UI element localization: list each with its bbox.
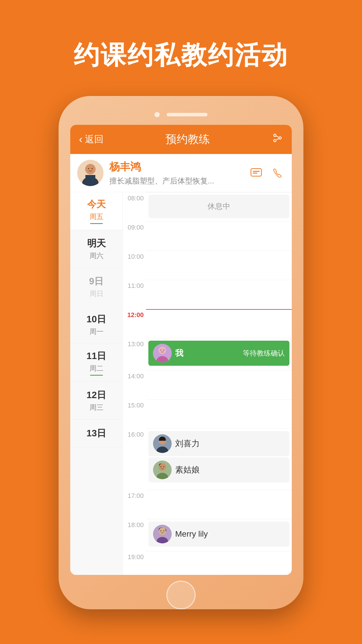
date-item-11[interactable]: 11日 周二: [70, 344, 122, 382]
date-item-9[interactable]: 9日 周日: [70, 268, 122, 306]
date-day-label: 今天: [87, 198, 106, 211]
timeslot-08: 08:00 休息中: [123, 192, 292, 221]
nav-bar: ‹ 返回 预约教练: [70, 125, 292, 154]
trainer-actions: [249, 167, 285, 179]
time-label-18: 18:00: [123, 519, 146, 529]
svg-point-18: [164, 349, 164, 350]
user-slot-liuxili: 刘喜力: [148, 431, 289, 456]
booking-avatar: [153, 344, 172, 363]
booking-status: 等待教练确认: [243, 349, 285, 358]
current-time-line: [146, 309, 292, 310]
svg-point-32: [161, 530, 161, 531]
slot-content-09: [146, 221, 292, 251]
date-day-label: 11日: [87, 350, 106, 363]
schedule-area: 今天 周五 明天 周六 9日 周日 10日 周一: [70, 192, 292, 575]
dot-underline: [90, 375, 103, 376]
svg-line-4: [276, 139, 279, 140]
svg-rect-13: [253, 173, 257, 174]
date-weekday: 周日: [89, 289, 103, 298]
my-booking[interactable]: 我 等待教练确认: [148, 341, 289, 366]
timeslot-18: 18:00: [123, 519, 292, 551]
phone-notch: [59, 96, 303, 125]
back-chevron-icon: ‹: [79, 133, 82, 146]
timeslot-10: 10:00: [123, 251, 292, 280]
svg-point-27: [161, 466, 161, 467]
time-label-17: 17:00: [123, 490, 146, 500]
svg-rect-11: [251, 169, 261, 176]
user-name-merrylily: Merry lily: [175, 529, 208, 539]
slot-content-16: 刘喜力: [146, 428, 292, 485]
date-day-label: 12日: [87, 389, 106, 402]
user-name-liuxili: 刘喜力: [175, 438, 200, 449]
svg-point-6: [85, 164, 96, 174]
user-slot-suguniang: 素姑娘: [148, 457, 289, 482]
svg-point-17: [161, 349, 161, 350]
timeslot-14: 14:00: [123, 370, 292, 399]
rest-label: 休息中: [208, 201, 230, 211]
svg-point-15: [159, 346, 166, 354]
user-avatar-suguniang: [153, 461, 172, 479]
time-label-14: 14:00: [123, 370, 146, 380]
svg-point-9: [88, 168, 89, 169]
headline: 约课约私教约活动: [74, 38, 288, 73]
slot-content-17: [146, 490, 292, 519]
svg-rect-8: [85, 175, 95, 178]
rest-block: 休息中: [148, 195, 289, 218]
nav-title: 预约教练: [166, 132, 210, 147]
date-weekday: 周五: [89, 212, 103, 221]
phone-frame: ‹ 返回 预约教练: [59, 96, 303, 609]
slot-content-19: [146, 551, 292, 575]
user-slot-merrylily: Merry lily: [148, 522, 289, 547]
time-column[interactable]: 08:00 休息中 09:00 10:00: [123, 192, 292, 575]
slot-content-14: [146, 370, 292, 399]
date-weekday: 周二: [89, 364, 103, 373]
timeslot-16: 16:00: [123, 428, 292, 490]
slot-content-10: [146, 251, 292, 280]
trainer-avatar: [77, 160, 103, 186]
timeslot-15: 15:00: [123, 399, 292, 428]
trainer-desc: 擅长减脂塑型、产后体型恢复...: [109, 176, 249, 186]
date-item-10[interactable]: 10日 周一: [70, 306, 122, 344]
speaker-bar: [167, 113, 208, 116]
timeslot-19: 19:00: [123, 551, 292, 575]
slot-content-13: 我 等待教练确认: [146, 338, 292, 368]
date-weekday: 周一: [89, 327, 103, 336]
date-day-label: 9日: [89, 275, 104, 288]
date-item-13[interactable]: 13日: [70, 420, 122, 448]
slot-content-08: 休息中: [146, 192, 292, 221]
time-label-15: 15:00: [123, 399, 146, 409]
trainer-info: 杨丰鸿 擅长减脂塑型、产后体型恢复...: [103, 160, 249, 186]
back-button[interactable]: ‹ 返回: [79, 133, 103, 146]
booking-user-name: 我: [175, 348, 183, 359]
time-label-19: 19:00: [123, 551, 146, 561]
slot-content-15: [146, 399, 292, 428]
time-label-10: 10:00: [123, 251, 146, 260]
message-button[interactable]: [249, 167, 264, 179]
user-avatar-liuxili: [153, 434, 172, 453]
svg-point-1: [279, 137, 281, 139]
share-icon[interactable]: [272, 132, 283, 146]
timeslot-13: 13:00: [123, 338, 292, 370]
date-item-12[interactable]: 12日 周三: [70, 382, 122, 420]
timeslot-09: 09:00: [123, 221, 292, 251]
date-weekday: 周六: [89, 251, 103, 260]
home-button[interactable]: [166, 581, 196, 609]
call-button[interactable]: [270, 167, 285, 179]
time-label-11: 11:00: [123, 280, 146, 290]
svg-point-10: [92, 168, 93, 169]
back-label: 返回: [85, 133, 103, 146]
timeslot-17: 17:00: [123, 490, 292, 519]
svg-point-2: [274, 139, 276, 142]
slot-content-12: [146, 309, 292, 338]
camera-dot: [154, 112, 160, 117]
date-item-tomorrow[interactable]: 明天 周六: [70, 230, 122, 268]
slot-content-18: Merry lily: [146, 519, 292, 549]
trainer-profile: 杨丰鸿 擅长减脂塑型、产后体型恢复...: [70, 154, 292, 192]
slot-content-11: [146, 280, 292, 309]
date-item-today[interactable]: 今天 周五: [70, 192, 122, 230]
time-label-08: 08:00: [123, 192, 146, 202]
time-label-16: 16:00: [123, 428, 146, 438]
svg-point-0: [274, 134, 276, 136]
trainer-name: 杨丰鸿: [109, 160, 249, 174]
date-day-label: 明天: [87, 237, 106, 250]
